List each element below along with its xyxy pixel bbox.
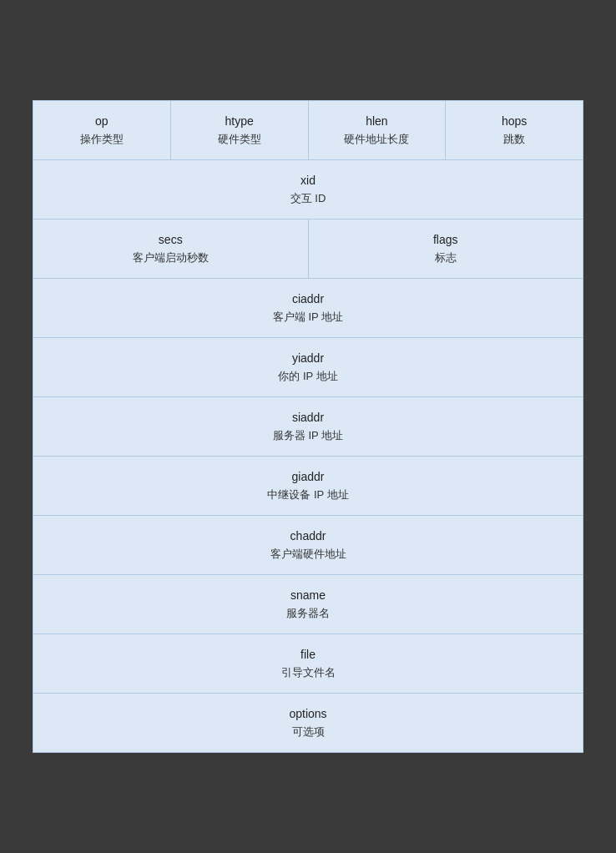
- row-options: options 可选项: [33, 694, 583, 752]
- siaddr-desc: 服务器 IP 地址: [273, 427, 343, 445]
- sname-desc: 服务器名: [286, 605, 330, 623]
- row-file: file 引导文件名: [33, 634, 583, 694]
- cell-flags: flags 标志: [309, 220, 583, 278]
- yiaddr-name: yiaddr: [292, 349, 324, 367]
- ciaddr-name: ciaddr: [292, 290, 324, 308]
- row-siaddr: siaddr 服务器 IP 地址: [33, 397, 583, 457]
- flags-desc: 标志: [435, 250, 457, 267]
- row-sname: sname 服务器名: [33, 575, 583, 634]
- cell-ciaddr: ciaddr 客户端 IP 地址: [33, 279, 583, 337]
- chaddr-name: chaddr: [290, 527, 326, 545]
- htype-name: htype: [225, 112, 254, 130]
- hops-name: hops: [502, 112, 527, 130]
- cell-htype: htype 硬件类型: [171, 101, 309, 159]
- file-desc: 引导文件名: [281, 664, 336, 682]
- hlen-name: hlen: [366, 112, 387, 130]
- xid-desc: 交互 ID: [290, 190, 326, 208]
- cell-file: file 引导文件名: [33, 634, 583, 693]
- dhcp-packet-diagram: op 操作类型 htype 硬件类型 hlen 硬件地址长度 hops 跳数 x…: [33, 100, 583, 753]
- cell-giaddr: giaddr 中继设备 IP 地址: [33, 457, 583, 515]
- cell-hops: hops 跳数: [446, 101, 583, 159]
- cell-yiaddr: yiaddr 你的 IP 地址: [33, 338, 583, 396]
- op-desc: 操作类型: [80, 131, 124, 149]
- cell-chaddr: chaddr 客户端硬件地址: [33, 516, 583, 574]
- secs-name: secs: [159, 230, 183, 249]
- options-name: options: [289, 704, 326, 723]
- hops-desc: 跳数: [503, 131, 525, 149]
- giaddr-name: giaddr: [292, 467, 325, 486]
- yiaddr-desc: 你的 IP 地址: [278, 368, 337, 386]
- cell-op: op 操作类型: [33, 101, 171, 159]
- row-giaddr: giaddr 中继设备 IP 地址: [33, 457, 583, 516]
- chaddr-desc: 客户端硬件地址: [270, 546, 346, 563]
- cell-sname: sname 服务器名: [33, 575, 583, 633]
- htype-desc: 硬件类型: [218, 131, 261, 149]
- flags-name: flags: [433, 230, 458, 249]
- op-name: op: [95, 112, 109, 130]
- options-desc: 可选项: [292, 724, 325, 741]
- cell-hlen: hlen 硬件地址长度: [309, 101, 447, 159]
- row-secs-flags: secs 客户端启动秒数 flags 标志: [33, 220, 583, 279]
- secs-desc: 客户端启动秒数: [133, 250, 209, 267]
- row-chaddr: chaddr 客户端硬件地址: [33, 516, 583, 575]
- xid-name: xid: [300, 171, 316, 189]
- cell-secs: secs 客户端启动秒数: [33, 220, 309, 278]
- row-ciaddr: ciaddr 客户端 IP 地址: [33, 279, 583, 338]
- file-name: file: [300, 645, 316, 664]
- row-yiaddr: yiaddr 你的 IP 地址: [33, 338, 583, 397]
- hlen-desc: 硬件地址长度: [344, 131, 409, 149]
- cell-siaddr: siaddr 服务器 IP 地址: [33, 397, 583, 456]
- siaddr-name: siaddr: [292, 408, 324, 426]
- giaddr-desc: 中继设备 IP 地址: [267, 487, 348, 504]
- row-header: op 操作类型 htype 硬件类型 hlen 硬件地址长度 hops 跳数: [33, 101, 583, 160]
- sname-name: sname: [290, 586, 326, 604]
- cell-xid: xid 交互 ID: [33, 160, 583, 219]
- ciaddr-desc: 客户端 IP 地址: [273, 309, 343, 326]
- cell-options: options 可选项: [33, 694, 583, 752]
- row-xid: xid 交互 ID: [33, 160, 583, 220]
